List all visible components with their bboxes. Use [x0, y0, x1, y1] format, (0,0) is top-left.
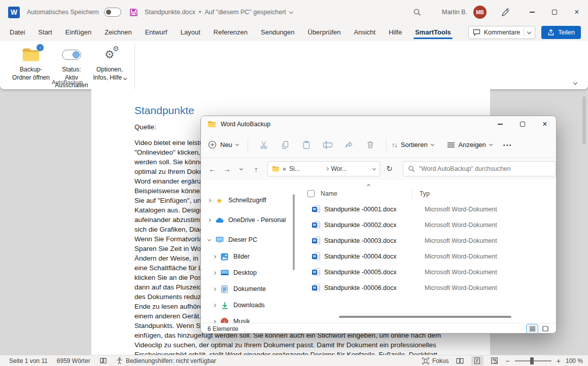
sidebar-item-downloads[interactable]: Downloads	[201, 297, 297, 313]
file-row[interactable]: W Standpunkte -00006.docx Microsoft Word…	[307, 280, 556, 296]
explorer-minimize-button[interactable]	[489, 116, 511, 132]
cut-icon[interactable]	[253, 140, 274, 150]
sidebar-item-bilder[interactable]: Bilder	[201, 248, 297, 265]
proofing-icon[interactable]	[99, 357, 107, 364]
file-row[interactable]: W Standpunkte -00004.docx Microsoft Word…	[307, 248, 556, 264]
page-indicator[interactable]: Seite 1 von 11	[9, 357, 48, 364]
share-button[interactable]: Teilen	[541, 26, 581, 39]
column-header-typ[interactable]: Typ	[420, 190, 430, 197]
column-divider[interactable]	[412, 189, 412, 199]
tab-datei[interactable]: Datei	[3, 25, 31, 40]
sort-button[interactable]: ↑↓ Sortieren	[392, 141, 434, 149]
hscroll-thumb[interactable]	[339, 316, 511, 318]
draw-pen-icon[interactable]	[500, 7, 510, 17]
view-button[interactable]: Anzeigen	[447, 141, 492, 149]
sidebar-item-schnellzugriff[interactable]: ★ Schnellzugriff	[201, 192, 297, 208]
file-row[interactable]: W Standpunkte -00005.docx Microsoft Word…	[307, 264, 556, 280]
file-row[interactable]: W Standpunkte -00001.docx Microsoft Word…	[307, 201, 556, 217]
tab-hilfe[interactable]: Hilfe	[382, 25, 408, 40]
tab-ueberpruefen[interactable]: Überprüfen	[301, 25, 348, 40]
sidebar-item-dokumente[interactable]: Dokumente	[201, 281, 297, 297]
close-button[interactable]: ×	[566, 0, 588, 24]
select-all-checkbox[interactable]	[307, 190, 315, 197]
zoom-in-button[interactable]: +	[557, 357, 561, 365]
breadcrumb-item-1[interactable]: Si...	[289, 165, 300, 172]
sidebar-item-dieser-pc[interactable]: Dieser PC	[201, 232, 297, 248]
zoom-out-button[interactable]: −	[506, 357, 510, 365]
search-box[interactable]	[403, 161, 556, 176]
focus-mode-button[interactable]: Fokus	[422, 357, 449, 364]
address-dropdown-icon[interactable]	[372, 166, 376, 170]
recent-locations-icon[interactable]	[235, 168, 248, 170]
comments-button[interactable]: Kommentare	[468, 26, 536, 39]
explorer-close-button[interactable]: ×	[534, 116, 556, 132]
tab-start[interactable]: Start	[31, 25, 58, 40]
search-icon[interactable]	[413, 8, 422, 17]
web-layout-button[interactable]	[489, 356, 501, 365]
backup-folder-open-button[interactable]: ↑ Backup- Ordner öffnen	[9, 44, 53, 82]
word-count[interactable]: 6959 Wörter	[57, 357, 90, 364]
back-icon[interactable]: ←	[206, 165, 219, 173]
file-type: Microsoft Word-Dokument	[425, 284, 497, 291]
more-options-icon[interactable]: •••	[503, 142, 512, 148]
search-input[interactable]	[419, 165, 551, 172]
share-icon[interactable]	[338, 140, 360, 150]
read-mode-button[interactable]	[454, 356, 466, 365]
options-info-help-button[interactable]: ⚙ ⚙ Optionen, Infos, Hilfe	[90, 44, 129, 82]
paste-icon[interactable]	[296, 140, 317, 150]
tab-sendungen[interactable]: Sendungen	[254, 25, 301, 40]
column-header-name[interactable]: Name	[321, 190, 412, 197]
file-row[interactable]: W Standpunkte -00003.docx Microsoft Word…	[307, 233, 556, 248]
file-row[interactable]: W Standpunkte -00002.docx Microsoft Word…	[307, 217, 556, 233]
document-scrollbar-thumb[interactable]	[582, 96, 586, 144]
refresh-icon[interactable]: ↻	[382, 164, 397, 173]
up-icon[interactable]: ↑	[250, 165, 262, 173]
tab-einfuegen[interactable]: Einfügen	[59, 25, 98, 40]
zoom-slider[interactable]	[515, 360, 551, 361]
sidebar-item-onedrive[interactable]: OneDrive - Personal	[201, 212, 297, 228]
large-icons-view-button[interactable]	[540, 324, 551, 334]
explorer-titlebar[interactable]: Word AutoBackup ×	[201, 116, 556, 132]
status-toggle-on[interactable]	[62, 50, 81, 60]
expand-chevron-icon[interactable]	[207, 198, 211, 202]
tab-layout[interactable]: Layout	[174, 25, 207, 40]
collapse-chevron-icon[interactable]	[207, 237, 211, 241]
tab-zeichnen[interactable]: Zeichnen	[98, 25, 138, 40]
zoom-slider-thumb[interactable]	[530, 357, 534, 364]
expand-chevron-icon[interactable]	[207, 218, 211, 222]
expand-chevron-icon[interactable]	[213, 254, 216, 258]
tab-ansicht[interactable]: Ansicht	[348, 25, 383, 40]
user-name[interactable]: Martin B.	[442, 9, 467, 16]
delete-icon[interactable]	[360, 140, 381, 150]
zoom-level[interactable]: 100 %	[566, 357, 583, 364]
details-view-button[interactable]	[527, 324, 538, 334]
breadcrumb-item-2[interactable]: Wor...	[331, 165, 347, 172]
word-app-icon[interactable]: W	[8, 7, 20, 18]
rename-icon[interactable]	[317, 140, 338, 150]
print-layout-button[interactable]	[471, 356, 483, 365]
avatar[interactable]: MB	[473, 6, 487, 19]
expand-chevron-icon[interactable]	[213, 287, 216, 290]
tab-entwurf[interactable]: Entwurf	[139, 25, 174, 40]
tab-referenzen[interactable]: Referenzen	[207, 25, 254, 40]
list-horizontal-scrollbar[interactable]	[307, 316, 549, 318]
ribbon-collapse-icon[interactable]	[573, 81, 577, 85]
autosave-toggle[interactable]	[104, 8, 121, 17]
sidebar-item-desktop[interactable]: Desktop	[201, 265, 297, 281]
tab-smarttools[interactable]: SmartTools	[408, 25, 458, 40]
document-scrollbar[interactable]	[582, 92, 587, 353]
explorer-maximize-button[interactable]	[511, 116, 534, 132]
copy-icon[interactable]	[274, 140, 296, 150]
forward-icon[interactable]: →	[221, 165, 233, 173]
sidebar-scrollbar-thumb[interactable]	[293, 194, 295, 270]
accessibility-status[interactable]: Bedienungshilfen: nicht verfügbar	[116, 357, 216, 364]
address-box[interactable]: « Si... Wor...	[267, 161, 380, 176]
expand-chevron-icon[interactable]	[213, 303, 216, 307]
new-button[interactable]: Neu	[208, 140, 238, 149]
folder-icon	[207, 121, 216, 128]
document-title-area[interactable]: Standpunkte.docx • Auf "diesem PC" gespe…	[145, 0, 293, 24]
maximize-button[interactable]	[543, 0, 566, 24]
minimize-button[interactable]	[521, 0, 543, 24]
expand-chevron-icon[interactable]	[213, 271, 216, 274]
save-icon[interactable]	[129, 8, 138, 17]
